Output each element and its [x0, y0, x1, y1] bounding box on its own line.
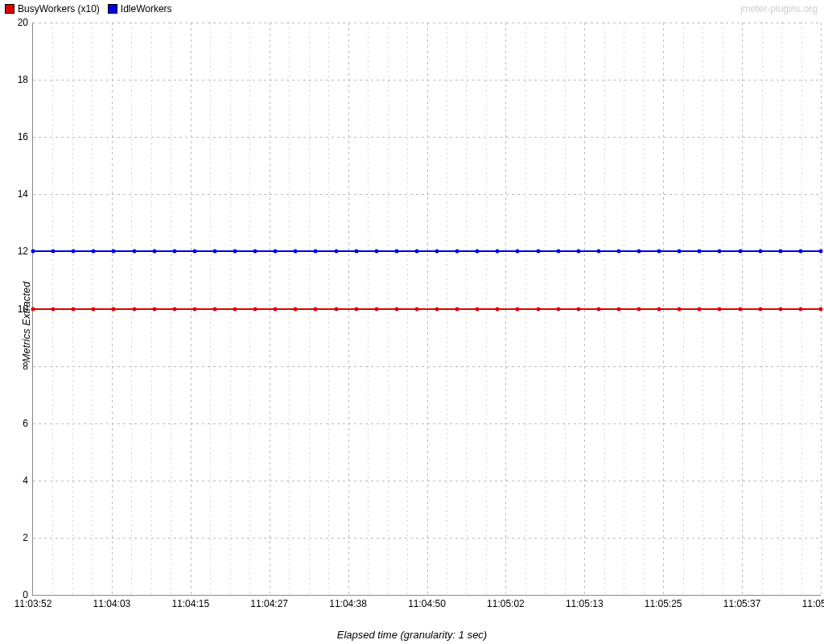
data-point [212, 250, 216, 254]
y-tick-label: 18 [18, 74, 28, 85]
data-point [819, 307, 823, 311]
x-tick-label: 11:04:15 [171, 598, 209, 609]
data-point [556, 250, 560, 254]
y-tick-label: 14 [18, 188, 28, 200]
data-point [476, 307, 480, 311]
legend-label: IdleWorkers [121, 3, 172, 14]
data-point [738, 250, 742, 254]
data-point [718, 250, 722, 254]
x-tick-label: 11:05:25 [645, 598, 682, 609]
data-point [334, 307, 338, 311]
x-tick-label: 11:05:13 [566, 598, 604, 609]
data-point [637, 307, 641, 311]
data-point [455, 250, 459, 254]
x-tick-label: 11:04:50 [408, 598, 446, 609]
x-tick-label: 11:04:03 [93, 598, 131, 609]
data-point [132, 307, 136, 311]
data-point [414, 250, 418, 254]
data-point [374, 250, 378, 254]
data-point [72, 307, 76, 311]
data-point [556, 307, 560, 311]
data-point [616, 307, 620, 311]
data-point [576, 307, 580, 311]
data-point [596, 307, 600, 311]
data-point [435, 307, 439, 311]
data-point [758, 307, 762, 311]
x-tick-label: 11:05:02 [487, 598, 525, 609]
data-point [334, 250, 338, 254]
data-point [52, 250, 56, 254]
data-point [657, 250, 661, 254]
data-point [31, 307, 35, 311]
data-point [172, 250, 176, 254]
data-point [738, 307, 742, 311]
y-tick-label: 20 [18, 17, 28, 28]
y-tick-label: 8 [23, 361, 28, 372]
y-tick-label: 12 [18, 246, 28, 257]
plot-area-wrap: 0246810121416182011:03:5211:04:0311:04:1… [32, 23, 821, 610]
data-point [354, 250, 358, 254]
data-point [476, 250, 480, 254]
data-point [576, 250, 580, 254]
data-point [92, 307, 96, 311]
data-point [496, 307, 500, 311]
data-point [253, 307, 258, 311]
data-point [192, 307, 196, 311]
data-point [112, 250, 116, 254]
data-point [819, 250, 823, 254]
data-point [516, 307, 520, 311]
legend-label: BusyWorkers (x10) [18, 3, 100, 14]
data-point [718, 307, 722, 311]
x-axis-label: Elapsed time (granularity: 1 sec) [0, 629, 824, 641]
data-point [233, 250, 237, 254]
data-point [758, 250, 762, 254]
data-point [233, 307, 237, 311]
data-point [314, 250, 318, 254]
x-tick-label: 11:05:37 [723, 598, 761, 609]
x-tick-label: 11:05:49 [802, 598, 824, 609]
y-tick-label: 2 [23, 532, 28, 543]
data-point [132, 250, 136, 254]
y-axis-label: Metrics Extracted [20, 282, 32, 362]
data-point [536, 307, 540, 311]
data-point [274, 307, 278, 311]
legend-swatch-icon [108, 4, 117, 14]
data-point [778, 307, 782, 311]
data-point [778, 250, 782, 254]
data-point [536, 250, 540, 254]
data-point [678, 250, 682, 254]
data-point [314, 307, 318, 311]
chart-legend: BusyWorkers (x10) IdleWorkers [5, 3, 172, 14]
data-point [72, 250, 76, 254]
data-point [294, 250, 298, 254]
data-point [435, 250, 439, 254]
data-point [31, 250, 35, 254]
data-point [798, 250, 802, 254]
x-tick-label: 11:04:27 [250, 598, 288, 609]
data-point [678, 307, 682, 311]
watermark-text: jmeter-plugins.org [740, 3, 818, 14]
data-point [152, 250, 156, 254]
x-tick-label: 11:04:38 [329, 598, 367, 609]
data-point [354, 307, 358, 311]
data-point [52, 307, 56, 311]
legend-swatch-icon [5, 4, 14, 14]
data-point [294, 307, 298, 311]
data-point [172, 307, 176, 311]
legend-item-busyworkers: BusyWorkers (x10) [5, 3, 100, 14]
data-point [616, 250, 620, 254]
data-point [192, 250, 196, 254]
data-point [112, 307, 116, 311]
x-tick-label: 11:03:52 [14, 598, 52, 609]
data-point [374, 307, 378, 311]
y-tick-label: 6 [23, 418, 28, 429]
data-point [596, 250, 600, 254]
data-point [657, 307, 661, 311]
data-point [92, 250, 96, 254]
plot-area: 0246810121416182011:03:5211:04:0311:04:1… [32, 23, 821, 596]
y-tick-label: 4 [23, 475, 28, 486]
data-point [637, 250, 641, 254]
y-tick-label: 16 [18, 131, 28, 142]
data-point [496, 250, 500, 254]
data-point [394, 250, 398, 254]
